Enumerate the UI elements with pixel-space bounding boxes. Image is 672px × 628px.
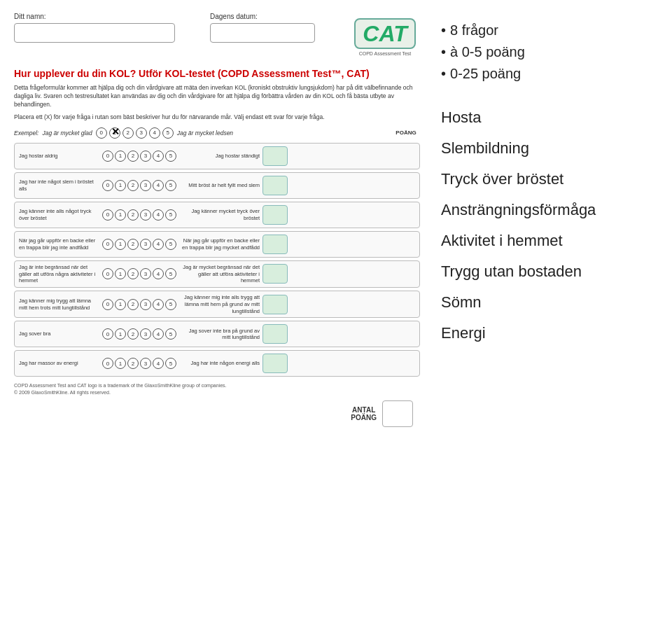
q-0-circle-3[interactable]: 3 xyxy=(140,151,151,162)
main-title: Hur upplever du din KOL? Utför KOL-teste… xyxy=(14,67,420,80)
q-numbers-2: 012345 xyxy=(102,209,176,221)
question-row-4: Jag är inte begränsad när det gäller att… xyxy=(14,260,420,288)
example-circles: 0 1✕ 2 3 4 5 xyxy=(96,127,174,139)
q-7-circle-2[interactable]: 2 xyxy=(127,358,139,369)
q-right-text-1: Mitt bröst är helt fyllt med slem xyxy=(179,182,260,189)
footer-text: COPD Assessment Test and CAT logo is a t… xyxy=(14,382,420,396)
q-numbers-5: 012345 xyxy=(102,299,176,310)
q-0-circle-0[interactable]: 0 xyxy=(102,151,113,162)
category-item-2: Tryck över bröstet xyxy=(441,170,651,188)
example-label: Exempel: xyxy=(14,130,38,137)
q-4-circle-4[interactable]: 4 xyxy=(153,268,164,279)
q-6-circle-5[interactable]: 5 xyxy=(165,328,176,340)
category-item-7: Energi xyxy=(441,324,651,342)
q-5-circle-2[interactable]: 2 xyxy=(127,299,139,310)
q-1-circle-5[interactable]: 5 xyxy=(165,180,176,191)
q-7-circle-3[interactable]: 3 xyxy=(140,358,151,369)
q-7-circle-4[interactable]: 4 xyxy=(153,358,164,369)
bullet-item-0: 8 frågor xyxy=(441,22,651,39)
q-4-circle-0[interactable]: 0 xyxy=(102,268,113,279)
ex-circle-2: 2 xyxy=(122,127,134,139)
ex-circle-4: 4 xyxy=(149,127,160,139)
q-1-circle-1[interactable]: 1 xyxy=(115,180,126,191)
q-numbers-0: 012345 xyxy=(102,151,176,162)
cat-logo-box: CAT xyxy=(354,18,415,49)
q-0-circle-4[interactable]: 4 xyxy=(153,151,164,162)
question-row-2: Jag känner inte alls något tryck över br… xyxy=(14,202,420,228)
q-numbers-4: 012345 xyxy=(102,268,176,279)
q-0-circle-5[interactable]: 5 xyxy=(165,151,176,162)
header-row: Ditt namn: Dagens datum: CAT COPD Assess… xyxy=(14,13,420,62)
q-1-circle-3[interactable]: 3 xyxy=(140,180,151,191)
q-2-circle-5[interactable]: 5 xyxy=(165,209,176,221)
q-6-circle-1[interactable]: 1 xyxy=(115,328,126,340)
footer-line1: COPD Assessment Test and CAT logo is a t… xyxy=(14,382,420,389)
q-2-circle-2[interactable]: 2 xyxy=(127,209,139,221)
question-row-0: Jag hostar aldrig012345Jag hostar ständi… xyxy=(14,143,420,169)
poang-header: POÄNG xyxy=(392,130,420,136)
score-box-2 xyxy=(262,205,288,225)
q-left-text-7: Jag har massor av energi xyxy=(19,360,99,367)
description-text: Detta frågeformulär kommer att hjälpa di… xyxy=(14,84,420,109)
q-1-circle-0[interactable]: 0 xyxy=(102,180,113,191)
left-panel: Ditt namn: Dagens datum: CAT COPD Assess… xyxy=(7,7,427,621)
q-3-circle-0[interactable]: 0 xyxy=(102,239,113,250)
q-0-circle-2[interactable]: 2 xyxy=(127,151,139,162)
q-6-circle-2[interactable]: 2 xyxy=(127,328,139,340)
q-5-circle-0[interactable]: 0 xyxy=(102,299,113,310)
q-0-circle-1[interactable]: 1 xyxy=(115,151,126,162)
q-4-circle-5[interactable]: 5 xyxy=(165,268,176,279)
q-3-circle-3[interactable]: 3 xyxy=(140,239,151,250)
q-3-circle-4[interactable]: 4 xyxy=(153,239,164,250)
q-6-circle-4[interactable]: 4 xyxy=(153,328,164,340)
q-right-text-5: Jag känner mig inte alls trygg att lämna… xyxy=(179,294,260,314)
question-row-7: Jag har massor av energi012345Jag har in… xyxy=(14,350,420,377)
q-5-circle-5[interactable]: 5 xyxy=(165,299,176,310)
score-box-5 xyxy=(262,295,288,314)
q-5-circle-1[interactable]: 1 xyxy=(115,299,126,310)
q-2-circle-3[interactable]: 3 xyxy=(140,209,151,221)
q-7-circle-5[interactable]: 5 xyxy=(165,358,176,369)
q-5-circle-3[interactable]: 3 xyxy=(140,299,151,310)
q-4-circle-3[interactable]: 3 xyxy=(140,268,151,279)
q-left-text-1: Jag har inte något slem i bröstet alls xyxy=(19,179,99,193)
q-4-circle-1[interactable]: 1 xyxy=(115,268,126,279)
q-right-text-6: Jag sover inte bra på grund av mitt lung… xyxy=(179,328,260,342)
q-1-circle-4[interactable]: 4 xyxy=(153,180,164,191)
bullet-list: 8 frågorà 0-5 poäng0-25 poäng xyxy=(441,22,651,88)
date-input[interactable] xyxy=(210,23,315,43)
q-left-text-5: Jag känner mig trygg att lämna mitt hem … xyxy=(19,298,99,312)
q-right-text-2: Jag känner mycket tryck över bröstet xyxy=(179,208,260,222)
question-row-3: När jag går uppför en backe eller en tra… xyxy=(14,231,420,258)
example-left-text: Jag är mycket glad xyxy=(42,130,92,137)
q-left-text-4: Jag är inte begränsad när det gäller att… xyxy=(19,264,99,284)
q-2-circle-1[interactable]: 1 xyxy=(115,209,126,221)
q-1-circle-2[interactable]: 2 xyxy=(127,180,139,191)
score-box-4 xyxy=(262,264,288,284)
q-3-circle-5[interactable]: 5 xyxy=(165,239,176,250)
question-row-5: Jag känner mig trygg att lämna mitt hem … xyxy=(14,291,420,318)
q-2-circle-4[interactable]: 4 xyxy=(153,209,164,221)
score-box-0 xyxy=(262,146,288,166)
category-item-4: Aktivitet i hemmet xyxy=(441,232,651,250)
score-box-6 xyxy=(262,324,288,344)
q-left-text-6: Jag sover bra xyxy=(19,330,99,337)
q-left-text-0: Jag hostar aldrig xyxy=(19,153,99,160)
q-7-circle-0[interactable]: 0 xyxy=(102,358,113,369)
q-5-circle-4[interactable]: 4 xyxy=(153,299,164,310)
q-3-circle-2[interactable]: 2 xyxy=(127,239,139,250)
q-2-circle-0[interactable]: 0 xyxy=(102,209,113,221)
category-item-5: Trygg utan bostaden xyxy=(441,263,651,281)
q-left-text-2: Jag känner inte alls något tryck över br… xyxy=(19,208,99,222)
q-6-circle-0[interactable]: 0 xyxy=(102,328,113,340)
q-3-circle-1[interactable]: 1 xyxy=(115,239,126,250)
ex-circle-1: 1✕ xyxy=(109,127,120,139)
q-6-circle-3[interactable]: 3 xyxy=(140,328,151,340)
name-field: Ditt namn: xyxy=(14,13,175,43)
q-7-circle-1[interactable]: 1 xyxy=(115,358,126,369)
q-4-circle-2[interactable]: 2 xyxy=(127,268,139,279)
name-input[interactable] xyxy=(14,23,175,43)
score-box-3 xyxy=(262,235,288,254)
name-label: Ditt namn: xyxy=(14,13,175,20)
ex-circle-3: 3 xyxy=(136,127,147,139)
